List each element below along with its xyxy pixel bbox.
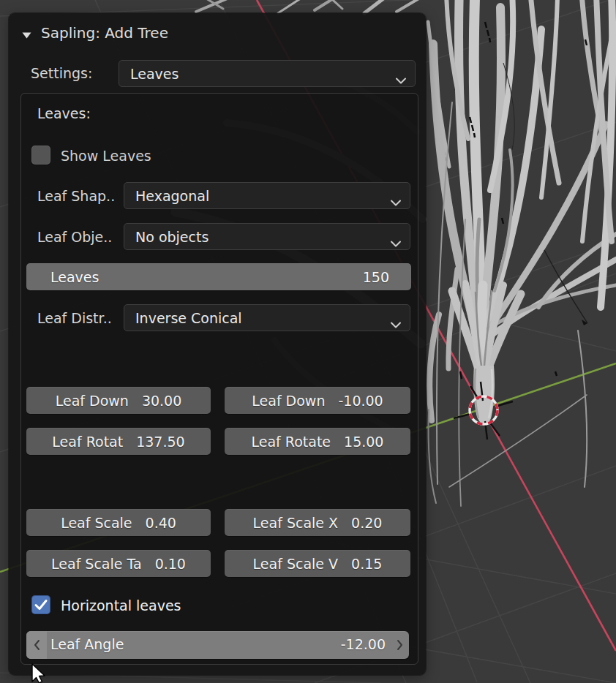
settings-dropdown-value: Leaves xyxy=(130,66,179,82)
field-label: Leaf Rotat xyxy=(52,434,123,450)
field-value: 15.00 xyxy=(344,434,383,450)
leaf-shape-dropdown[interactable]: Hexagonal xyxy=(124,182,410,209)
field-label: Leaf Scale X xyxy=(253,515,339,531)
field-label: Leaf Scale xyxy=(61,515,132,531)
chevron-down-icon xyxy=(395,71,407,87)
leaf-object-value: No objects xyxy=(135,229,209,245)
field-label: Leaf Scale Ta xyxy=(51,556,142,572)
field-value: 0.40 xyxy=(146,515,176,531)
leaf-object-label: Leaf Obje.. xyxy=(37,229,112,245)
leaf-scale-taper-field[interactable]: Leaf Scale Ta 0.10 xyxy=(26,550,211,577)
field-value: 0.15 xyxy=(351,556,382,572)
field-label: Leaf Rotate xyxy=(252,434,331,450)
triangle-down-icon xyxy=(22,25,31,42)
horizontal-leaves-checkbox[interactable] xyxy=(31,595,50,614)
leaf-distribution-dropdown[interactable]: Inverse Conical xyxy=(124,304,410,331)
leaves-count-value: 150 xyxy=(363,269,389,285)
field-label: Leaf Down xyxy=(56,393,129,409)
leaf-object-dropdown[interactable]: No objects xyxy=(124,223,410,250)
field-label: Leaf Down xyxy=(252,393,325,409)
settings-dropdown[interactable]: Leaves xyxy=(119,60,416,87)
operator-panel-sapling-add-tree: Sapling: Add Tree Settings: Leaves Leave… xyxy=(9,13,426,675)
chevron-right-icon xyxy=(397,639,403,651)
chevron-down-icon xyxy=(390,193,402,209)
mouse-cursor-pointer xyxy=(28,660,50,683)
decrement-zone[interactable] xyxy=(26,631,47,659)
field-label: Leaf Scale V xyxy=(253,556,338,572)
leaf-down-angle-field[interactable]: Leaf Down 30.00 xyxy=(26,387,211,414)
leaf-scale-variance-field[interactable]: Leaf Scale V 0.15 xyxy=(225,550,410,577)
leaf-distribution-value: Inverse Conical xyxy=(135,310,242,326)
leaf-angle-value: -12.00 xyxy=(341,636,386,652)
panel-header[interactable]: Sapling: Add Tree xyxy=(22,23,168,42)
leaf-scale-x-field[interactable]: Leaf Scale X 0.20 xyxy=(225,509,410,536)
chevron-down-icon xyxy=(390,234,402,250)
leaf-shape-label: Leaf Shap.. xyxy=(37,188,115,204)
leaf-distribution-label: Leaf Distr.. xyxy=(37,310,112,326)
leaves-settings-box: Leaves: Show Leaves Leaf Shap.. Hexagona… xyxy=(20,93,418,665)
leaf-scale-field[interactable]: Leaf Scale 0.40 xyxy=(26,509,211,536)
leaf-rotation-field[interactable]: Leaf Rotat 137.50 xyxy=(26,428,211,455)
checkmark-icon xyxy=(31,595,50,614)
field-value: 30.00 xyxy=(142,393,181,409)
field-value: 137.50 xyxy=(136,434,184,450)
show-leaves-checkbox[interactable] xyxy=(31,146,50,165)
leaf-shape-value: Hexagonal xyxy=(135,188,209,204)
horizontal-leaves-label: Horizontal leaves xyxy=(61,597,181,614)
leaves-count-slider[interactable]: Leaves 150 xyxy=(26,263,411,290)
field-value: -10.00 xyxy=(338,393,383,409)
chevron-down-icon xyxy=(390,315,402,331)
leaf-rotation-variance-field[interactable]: Leaf Rotate 15.00 xyxy=(225,428,410,455)
panel-title: Sapling: Add Tree xyxy=(41,24,168,42)
increment-zone[interactable] xyxy=(390,631,409,659)
field-value: 0.10 xyxy=(155,556,186,572)
leaf-angle-slider[interactable]: Leaf Angle -12.00 xyxy=(26,631,409,659)
blender-screen: { "panel": { "title": "Sapling: Add Tree… xyxy=(0,0,616,683)
show-leaves-label: Show Leaves xyxy=(61,148,151,164)
leaf-angle-label: Leaf Angle xyxy=(50,636,124,652)
leaves-count-label: Leaves xyxy=(50,269,99,285)
leaf-down-variance-field[interactable]: Leaf Down -10.00 xyxy=(225,387,410,414)
settings-label: Settings: xyxy=(31,65,92,81)
section-heading: Leaves: xyxy=(37,105,91,121)
field-value: 0.20 xyxy=(351,515,382,531)
chevron-left-icon xyxy=(34,639,40,651)
